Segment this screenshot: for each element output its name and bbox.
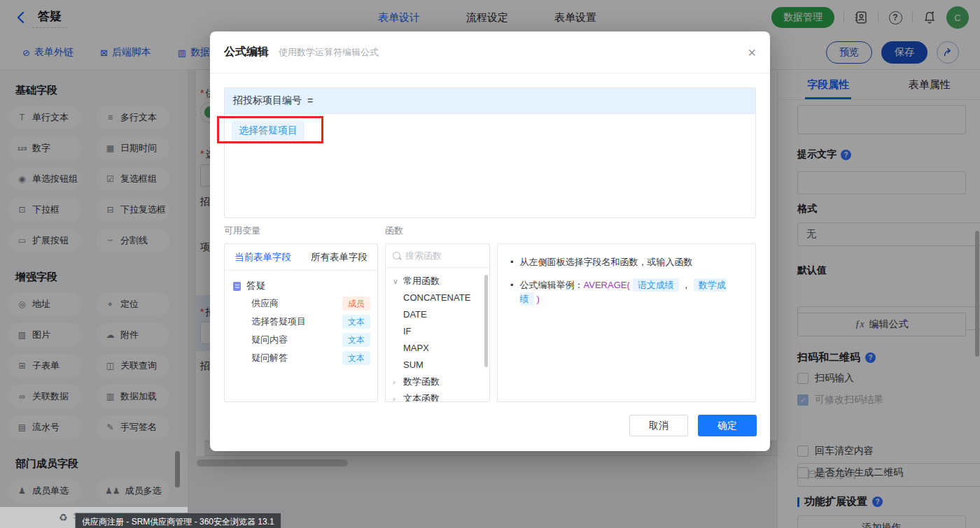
confirm-button[interactable]: 确定 [698, 415, 757, 436]
tree-field-row[interactable]: 疑问内容文本 [233, 331, 370, 349]
tree-field-row[interactable]: 供应商成员 [233, 294, 370, 313]
example-prefix: 公式编辑举例： [520, 280, 584, 290]
form-doc-icon [233, 282, 241, 291]
help-tip: • 从左侧面板选择字段名和函数，或输入函数 [510, 255, 744, 269]
function-item[interactable]: IF [393, 323, 489, 340]
field-type-badge: 文本 [342, 351, 370, 365]
function-search-input[interactable]: 搜索函数 [386, 244, 489, 268]
field-type-badge: 文本 [342, 333, 370, 347]
example-field-chip: 语文成绩 [633, 278, 679, 292]
modal-subtitle: 使用数学运算符编辑公式 [279, 46, 379, 59]
example-close-paren: ) [537, 294, 540, 304]
annotation-highlight-box [217, 116, 323, 143]
field-type-badge: 文本 [342, 315, 370, 329]
chevron-right-icon: › [393, 394, 399, 402]
variables-panel: 当前表单字段所有表单字段 答疑 供应商成员选择答疑项目文本疑问内容文本疑问解答文… [224, 243, 378, 402]
variables-tree: 答疑 供应商成员选择答疑项目文本疑问内容文本疑问解答文本 [225, 271, 377, 367]
tree-field-row[interactable]: 疑问解答文本 [233, 349, 370, 367]
variables-label: 可用变量 [224, 224, 260, 237]
tree-field-name: 疑问内容 [251, 334, 288, 346]
tree-field-row[interactable]: 选择答疑项目文本 [233, 313, 370, 331]
functions-label: 函数 [385, 224, 403, 237]
function-group[interactable]: ›数学函数 [393, 373, 489, 390]
variables-tab[interactable]: 当前表单字段 [225, 244, 301, 270]
tree-field-name: 选择答疑项目 [251, 315, 306, 328]
help-example: • 公式编辑举例：AVERAGE(语文成绩，数学成绩) [510, 278, 744, 306]
function-group-label: 文本函数 [403, 392, 440, 402]
tree-field-name: 供应商 [251, 297, 279, 310]
modal-title: 公式编辑 [224, 45, 269, 59]
equals-sign: = [307, 95, 313, 106]
search-icon [393, 252, 400, 259]
formula-lhs: 招投标项目编号 [233, 94, 302, 107]
function-item[interactable]: DATE [393, 306, 489, 323]
close-icon[interactable]: × [748, 45, 756, 59]
cancel-button[interactable]: 取消 [629, 415, 688, 436]
search-placeholder: 搜索函数 [405, 250, 442, 262]
browser-tooltip: 供应商注册 - SRM供应商管理 - 360安全浏览器 13.1 [75, 513, 281, 528]
app-window: 答疑 表单设计流程设定表单设置 数据管理 ? [0, 0, 980, 528]
chevron-down-icon: ∨ [393, 277, 399, 286]
functions-panel: 搜索函数 ∨常用函数CONCATENATEDATEIFMAPXSUM›数学函数›… [385, 243, 490, 402]
formula-target: 招投标项目编号 = [225, 88, 755, 114]
field-type-badge: 成员 [342, 297, 370, 311]
example-separator: ， [682, 280, 691, 290]
function-item[interactable]: SUM [393, 357, 489, 373]
example-function: AVERAGE( [584, 280, 630, 290]
formula-help-panel: • 从左侧面板选择字段名和函数，或输入函数 • 公式编辑举例：AVERAGE(语… [497, 243, 756, 402]
function-item[interactable]: MAPX [393, 340, 489, 357]
chevron-right-icon: › [393, 378, 399, 386]
function-group[interactable]: ›文本函数 [393, 390, 489, 402]
variables-tabs: 当前表单字段所有表单字段 [225, 244, 377, 271]
function-group-label: 常用函数 [403, 275, 440, 287]
function-group[interactable]: ∨常用函数 [393, 273, 489, 290]
tree-field-name: 疑问解答 [251, 352, 288, 364]
variables-tab[interactable]: 所有表单字段 [301, 244, 377, 270]
function-list: ∨常用函数CONCATENATEDATEIFMAPXSUM›数学函数›文本函数 [386, 268, 489, 402]
function-group-label: 数学函数 [403, 376, 440, 388]
recycle-icon: ♻ [59, 512, 68, 523]
modal-header: 公式编辑 使用数学运算符编辑公式 × [210, 31, 770, 73]
formula-editor: 招投标项目编号 = 选择答疑项目 [224, 87, 756, 218]
tree-root-form[interactable]: 答疑 [233, 278, 370, 294]
function-item[interactable]: CONCATENATE [393, 290, 489, 306]
formula-edit-modal: 公式编辑 使用数学运算符编辑公式 × 招投标项目编号 = 选择答疑项目 可用变量… [210, 31, 770, 451]
function-list-scrollbar[interactable] [484, 275, 488, 367]
